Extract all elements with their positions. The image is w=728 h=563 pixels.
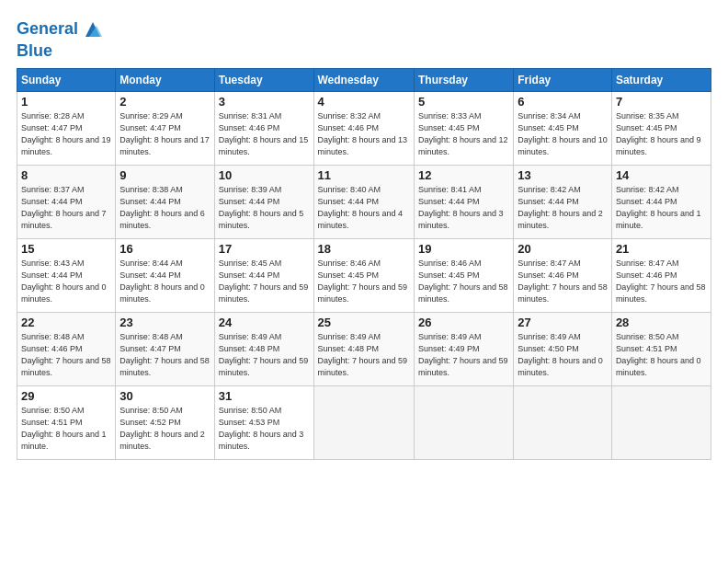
day-number: 19	[418, 242, 509, 256]
header-tuesday: Tuesday	[214, 68, 313, 91]
day-cell: 31 Sunrise: 8:50 AM Sunset: 4:53 PM Dayl…	[214, 385, 313, 459]
day-number: 23	[119, 316, 210, 329]
day-detail: Sunrise: 8:50 AM Sunset: 4:53 PM Dayligh…	[219, 405, 310, 453]
day-number: 6	[518, 95, 608, 109]
day-detail: Sunrise: 8:44 AM Sunset: 4:44 PM Dayligh…	[119, 258, 210, 305]
day-cell: 10 Sunrise: 8:39 AM Sunset: 4:44 PM Dayl…	[214, 165, 313, 238]
day-cell: 11 Sunrise: 8:40 AM Sunset: 4:44 PM Dayl…	[313, 165, 414, 238]
day-cell: 24 Sunrise: 8:49 AM Sunset: 4:48 PM Dayl…	[214, 312, 313, 385]
day-detail: Sunrise: 8:32 AM Sunset: 4:46 PM Dayligh…	[318, 110, 410, 158]
day-number: 22	[21, 316, 111, 329]
day-detail: Sunrise: 8:49 AM Sunset: 4:50 PM Dayligh…	[518, 331, 608, 379]
day-cell: 30 Sunrise: 8:50 AM Sunset: 4:52 PM Dayl…	[116, 385, 214, 459]
day-cell: 7 Sunrise: 8:35 AM Sunset: 4:45 PM Dayli…	[611, 91, 711, 165]
day-cell: 4 Sunrise: 8:32 AM Sunset: 4:46 PM Dayli…	[313, 91, 414, 165]
day-detail: Sunrise: 8:42 AM Sunset: 4:44 PM Dayligh…	[518, 184, 608, 232]
day-detail: Sunrise: 8:28 AM Sunset: 4:47 PM Dayligh…	[21, 110, 111, 158]
day-number: 13	[518, 168, 608, 182]
day-cell: 13 Sunrise: 8:42 AM Sunset: 4:44 PM Dayl…	[514, 165, 612, 238]
day-detail: Sunrise: 8:47 AM Sunset: 4:46 PM Dayligh…	[518, 258, 608, 305]
week-row: 15 Sunrise: 8:43 AM Sunset: 4:44 PM Dayl…	[17, 238, 711, 312]
day-number: 7	[616, 95, 707, 109]
day-number: 1	[21, 95, 111, 109]
day-detail: Sunrise: 8:29 AM Sunset: 4:47 PM Dayligh…	[119, 110, 210, 158]
day-detail: Sunrise: 8:49 AM Sunset: 4:48 PM Dayligh…	[318, 331, 410, 379]
logo-text2: Blue	[17, 41, 52, 60]
day-detail: Sunrise: 8:45 AM Sunset: 4:44 PM Dayligh…	[219, 258, 310, 305]
day-cell: 17 Sunrise: 8:45 AM Sunset: 4:44 PM Dayl…	[214, 238, 313, 312]
week-row: 1 Sunrise: 8:28 AM Sunset: 4:47 PM Dayli…	[17, 91, 711, 165]
day-cell: 18 Sunrise: 8:46 AM Sunset: 4:45 PM Dayl…	[313, 238, 414, 312]
header-sunday: Sunday	[17, 68, 116, 91]
day-cell: 2 Sunrise: 8:29 AM Sunset: 4:47 PM Dayli…	[116, 91, 214, 165]
day-detail: Sunrise: 8:43 AM Sunset: 4:44 PM Dayligh…	[21, 258, 111, 305]
logo-icon	[80, 17, 106, 42]
day-number: 30	[119, 389, 210, 403]
header-saturday: Saturday	[611, 68, 711, 91]
day-detail: Sunrise: 8:49 AM Sunset: 4:48 PM Dayligh…	[219, 331, 310, 379]
day-cell: 25 Sunrise: 8:49 AM Sunset: 4:48 PM Dayl…	[313, 312, 414, 385]
day-cell: 20 Sunrise: 8:47 AM Sunset: 4:46 PM Dayl…	[514, 238, 612, 312]
day-number: 25	[318, 316, 410, 329]
calendar: Sunday Monday Tuesday Wednesday Thursday…	[17, 68, 711, 460]
header-thursday: Thursday	[414, 68, 513, 91]
day-number: 10	[219, 168, 310, 182]
day-cell: 8 Sunrise: 8:37 AM Sunset: 4:44 PM Dayli…	[17, 165, 116, 238]
day-cell: 15 Sunrise: 8:43 AM Sunset: 4:44 PM Dayl…	[17, 238, 116, 312]
day-cell: 3 Sunrise: 8:31 AM Sunset: 4:46 PM Dayli…	[214, 91, 313, 165]
empty-cell	[514, 385, 612, 459]
day-number: 17	[219, 242, 310, 256]
page: General Blue Sunday Monday Tuesday Wedne…	[0, 0, 728, 563]
day-detail: Sunrise: 8:50 AM Sunset: 4:52 PM Dayligh…	[119, 405, 210, 453]
day-number: 4	[318, 95, 410, 109]
day-cell: 6 Sunrise: 8:34 AM Sunset: 4:45 PM Dayli…	[514, 91, 612, 165]
day-detail: Sunrise: 8:38 AM Sunset: 4:44 PM Dayligh…	[119, 184, 210, 232]
day-detail: Sunrise: 8:35 AM Sunset: 4:45 PM Dayligh…	[616, 110, 707, 158]
day-cell: 23 Sunrise: 8:48 AM Sunset: 4:47 PM Dayl…	[116, 312, 214, 385]
day-detail: Sunrise: 8:39 AM Sunset: 4:44 PM Dayligh…	[219, 184, 310, 232]
day-cell: 16 Sunrise: 8:44 AM Sunset: 4:44 PM Dayl…	[116, 238, 214, 312]
day-number: 2	[119, 95, 210, 109]
day-cell: 9 Sunrise: 8:38 AM Sunset: 4:44 PM Dayli…	[116, 165, 214, 238]
empty-cell	[313, 385, 414, 459]
day-number: 12	[418, 168, 509, 182]
empty-cell	[611, 385, 711, 459]
day-number: 11	[318, 168, 410, 182]
day-number: 28	[616, 316, 707, 329]
day-detail: Sunrise: 8:48 AM Sunset: 4:47 PM Dayligh…	[119, 331, 210, 379]
day-cell: 27 Sunrise: 8:49 AM Sunset: 4:50 PM Dayl…	[514, 312, 612, 385]
day-cell: 26 Sunrise: 8:49 AM Sunset: 4:49 PM Dayl…	[414, 312, 513, 385]
day-number: 29	[21, 389, 111, 403]
day-cell: 12 Sunrise: 8:41 AM Sunset: 4:44 PM Dayl…	[414, 165, 513, 238]
empty-cell	[414, 385, 513, 459]
day-number: 5	[418, 95, 509, 109]
day-detail: Sunrise: 8:50 AM Sunset: 4:51 PM Dayligh…	[21, 405, 111, 453]
header-friday: Friday	[514, 68, 612, 91]
day-detail: Sunrise: 8:47 AM Sunset: 4:46 PM Dayligh…	[616, 258, 707, 305]
header-wednesday: Wednesday	[313, 68, 414, 91]
day-number: 27	[518, 316, 608, 329]
day-number: 16	[119, 242, 210, 256]
day-number: 8	[21, 168, 111, 182]
logo: General Blue	[17, 17, 106, 61]
day-detail: Sunrise: 8:46 AM Sunset: 4:45 PM Dayligh…	[418, 258, 509, 305]
header-monday: Monday	[116, 68, 214, 91]
day-number: 31	[219, 389, 310, 403]
day-detail: Sunrise: 8:50 AM Sunset: 4:51 PM Dayligh…	[616, 331, 707, 379]
day-cell: 1 Sunrise: 8:28 AM Sunset: 4:47 PM Dayli…	[17, 91, 116, 165]
day-number: 26	[418, 316, 509, 329]
day-number: 14	[616, 168, 707, 182]
logo-text: General	[17, 20, 78, 39]
day-cell: 28 Sunrise: 8:50 AM Sunset: 4:51 PM Dayl…	[611, 312, 711, 385]
header: General Blue	[17, 17, 711, 61]
day-detail: Sunrise: 8:31 AM Sunset: 4:46 PM Dayligh…	[219, 110, 310, 158]
day-cell: 29 Sunrise: 8:50 AM Sunset: 4:51 PM Dayl…	[17, 385, 116, 459]
day-cell: 19 Sunrise: 8:46 AM Sunset: 4:45 PM Dayl…	[414, 238, 513, 312]
day-detail: Sunrise: 8:46 AM Sunset: 4:45 PM Dayligh…	[318, 258, 410, 305]
day-number: 24	[219, 316, 310, 329]
day-detail: Sunrise: 8:37 AM Sunset: 4:44 PM Dayligh…	[21, 184, 111, 232]
day-detail: Sunrise: 8:40 AM Sunset: 4:44 PM Dayligh…	[318, 184, 410, 232]
weekday-header-row: Sunday Monday Tuesday Wednesday Thursday…	[17, 68, 711, 91]
day-number: 9	[119, 168, 210, 182]
week-row: 8 Sunrise: 8:37 AM Sunset: 4:44 PM Dayli…	[17, 165, 711, 238]
